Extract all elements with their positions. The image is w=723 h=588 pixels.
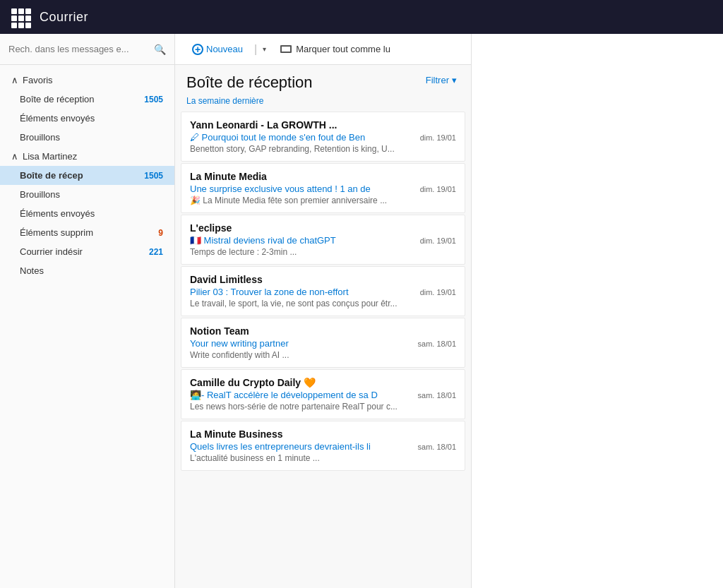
email-list-header: Boîte de réception Filtrer ▾ — [175, 65, 471, 95]
email-preview-6: L'actualité business en 1 minute ... — [190, 453, 456, 463]
toolbar-divider: | — [254, 43, 257, 56]
email-list-item[interactable]: Notion Team Your new writing partner sam… — [181, 318, 465, 368]
email-list-item[interactable]: La Minute Business Quels livres les entr… — [181, 421, 465, 471]
sidebar-item-label: Notes — [20, 265, 44, 276]
plus-icon: + — [192, 44, 203, 55]
sidebar-item-sent[interactable]: Éléments envoyés — [0, 204, 174, 223]
middle-panel: + Nouveau | ▾ Marquer tout comme lu Boît… — [175, 34, 472, 588]
search-input[interactable] — [8, 44, 151, 54]
email-subject-1: Une surprise exclusive vous attend ! 1 a… — [190, 184, 414, 194]
right-panel — [472, 34, 723, 588]
sidebar-item-notes[interactable]: Notes — [0, 261, 174, 280]
app-grid-icon[interactable] — [8, 6, 31, 28]
topbar: Courrier — [0, 0, 723, 34]
email-list-item[interactable]: Yann Leonardi - La GROWTH ... 🖊 Pourquoi… — [181, 112, 465, 162]
sidebar-item-drafts-favorites[interactable]: Brouillons — [0, 128, 174, 147]
sidebar-favorites-header[interactable]: ∧ Favoris — [0, 71, 174, 90]
email-date-5: sam. 18/01 — [418, 391, 456, 400]
account-arrow-icon: ∧ — [11, 151, 18, 162]
search-icon: 🔍 — [154, 44, 166, 55]
sidebar: ∧ Favoris Boîte de réception 1505 Élémen… — [0, 65, 174, 286]
email-preview-0: Benetton story, GAP rebranding, Retentio… — [190, 144, 456, 154]
junk-badge: 221 — [149, 247, 163, 257]
email-sender-1: La Minute Media — [190, 171, 456, 182]
email-sender-4: Notion Team — [190, 325, 456, 337]
favorites-arrow-icon: ∧ — [11, 75, 18, 85]
sidebar-item-sent-favorites[interactable]: Éléments envoyés — [0, 109, 174, 128]
email-subject-4: Your new writing partner — [190, 338, 412, 349]
sidebar-item-drafts[interactable]: Brouillons — [0, 185, 174, 204]
email-sender-0: Yann Leonardi - La GROWTH ... — [190, 119, 456, 131]
sidebar-item-label: Éléments envoyés — [20, 208, 95, 219]
inbox-badge: 1505 — [144, 171, 163, 181]
chevron-down-icon[interactable]: ▾ — [263, 45, 266, 53]
email-subject-6: Quels livres les entrepreneurs devraient… — [190, 441, 412, 452]
email-list-item[interactable]: David Limitless Pilier 03 : Trouver la z… — [181, 266, 465, 316]
email-sender-2: L'eclipse — [190, 222, 456, 234]
deleted-badge: 9 — [158, 228, 163, 238]
account-label: Lisa Martinez — [23, 151, 77, 162]
inbox-title: Boîte de réception — [186, 73, 313, 92]
email-sender-3: David Limitless — [190, 274, 456, 285]
chevron-down-icon: ▾ — [452, 75, 457, 85]
email-date-4: sam. 18/01 — [418, 340, 456, 348]
search-bar-container: 🔍 — [0, 34, 174, 65]
email-subject-2: 🇫🇷 Mistral deviens rival de chatGPT — [190, 235, 414, 246]
email-subject-3: Pilier 03 : Trouver la zone de non-effor… — [190, 287, 414, 297]
email-preview-2: Temps de lecture : 2-3min ... — [190, 247, 456, 257]
sidebar-item-label: Éléments envoyés — [20, 113, 95, 124]
new-label: Nouveau — [206, 44, 243, 54]
email-date-1: dim. 19/01 — [420, 185, 456, 193]
email-preview-1: 🎉 La Minute Media fête son premier anniv… — [190, 196, 456, 205]
sidebar-item-label: Brouillons — [20, 189, 60, 200]
email-date-3: dim. 19/01 — [420, 288, 456, 296]
sidebar-item-label: Courrier indésir — [20, 246, 83, 257]
app-title: Courrier — [40, 10, 88, 25]
email-sender-5: Camille du Crypto Daily 🧡 — [190, 377, 456, 388]
sidebar-item-inbox[interactable]: Boîte de récep 1505 — [0, 166, 174, 185]
inbox-favorites-badge: 1505 — [144, 95, 163, 104]
email-sender-6: La Minute Business — [190, 428, 456, 440]
mark-read-button[interactable]: Marquer tout comme lu — [275, 41, 396, 57]
week-label: La semaine dernière — [175, 95, 471, 112]
email-date-6: sam. 18/01 — [418, 443, 456, 451]
email-list-item[interactable]: La Minute Media Une surprise exclusive v… — [181, 163, 465, 213]
email-subject-0: 🖊 Pourquoi tout le monde s'en fout de Be… — [190, 132, 414, 143]
email-list: Yann Leonardi - La GROWTH ... 🖊 Pourquoi… — [175, 112, 471, 588]
sidebar-item-label: Éléments supprim — [20, 227, 93, 238]
mark-read-label: Marquer tout comme lu — [296, 44, 390, 54]
sidebar-item-inbox-favorites[interactable]: Boîte de réception 1505 — [0, 90, 174, 109]
email-list-item[interactable]: Camille du Crypto Daily 🧡 🧑‍💻- RealT acc… — [181, 369, 465, 419]
filter-button[interactable]: Filtrer ▾ — [423, 73, 460, 87]
left-panel: 🔍 ∧ Favoris Boîte de réception 1505 Élém… — [0, 34, 175, 588]
sidebar-item-deleted[interactable]: Éléments supprim 9 — [0, 223, 174, 242]
filter-label: Filtrer — [426, 75, 449, 85]
sidebar-item-label: Boîte de récep — [20, 170, 83, 181]
email-list-item[interactable]: L'eclipse 🇫🇷 Mistral deviens rival de ch… — [181, 215, 465, 265]
email-date-2: dim. 19/01 — [420, 236, 456, 245]
favorites-label: Favoris — [23, 75, 53, 85]
new-button[interactable]: + Nouveau — [186, 41, 249, 58]
sidebar-item-label: Brouillons — [20, 132, 60, 143]
main-layout: 🔍 ∧ Favoris Boîte de réception 1505 Élém… — [0, 34, 723, 588]
email-subject-5: 🧑‍💻- RealT accélère le développement de … — [190, 390, 412, 400]
email-preview-3: Le travail, le sport, la vie, ne sont pa… — [190, 299, 456, 308]
email-date-0: dim. 19/01 — [420, 133, 456, 142]
email-preview-5: Les news hors-série de notre partenaire … — [190, 402, 456, 412]
sidebar-account-header[interactable]: ∧ Lisa Martinez — [0, 147, 174, 166]
envelope-icon — [280, 45, 292, 53]
sidebar-item-junk[interactable]: Courrier indésir 221 — [0, 242, 174, 261]
email-preview-4: Write confidently with AI ... — [190, 350, 456, 360]
email-toolbar: + Nouveau | ▾ Marquer tout comme lu — [175, 34, 471, 65]
sidebar-item-label: Boîte de réception — [20, 94, 95, 104]
